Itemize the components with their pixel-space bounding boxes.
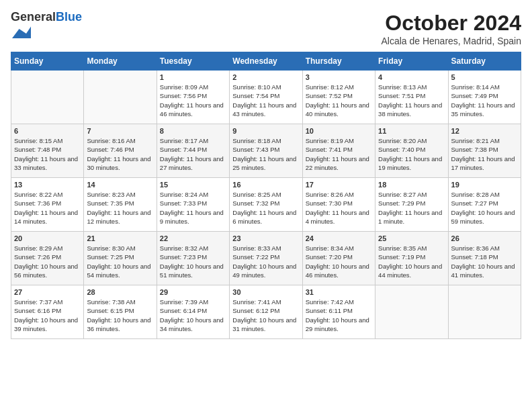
day-number: 31 [306,288,372,296]
table-row: 18Sunrise: 8:27 AMSunset: 7:29 PMDayligh… [375,178,448,232]
table-row: 24Sunrise: 8:34 AMSunset: 7:20 PMDayligh… [302,232,375,285]
day-info: Sunrise: 7:37 AMSunset: 6:16 PMDaylight:… [14,298,81,333]
day-info: Sunrise: 8:36 AMSunset: 7:18 PMDaylight:… [451,244,518,279]
day-info: Sunrise: 8:20 AMSunset: 7:40 PMDaylight:… [378,136,445,172]
day-number: 8 [160,127,226,135]
day-number: 4 [378,73,445,81]
table-row: 20Sunrise: 8:29 AMSunset: 7:26 PMDayligh… [11,232,84,285]
table-row: 28Sunrise: 7:38 AMSunset: 6:15 PMDayligh… [84,285,157,339]
table-row: 1Sunrise: 8:09 AMSunset: 7:56 PMDaylight… [157,71,229,124]
table-row: 11Sunrise: 8:20 AMSunset: 7:40 PMDayligh… [375,124,448,178]
day-number: 29 [160,288,226,296]
table-row: 12Sunrise: 8:21 AMSunset: 7:38 PMDayligh… [448,124,521,178]
day-info: Sunrise: 8:12 AMSunset: 7:52 PMDaylight:… [306,83,372,118]
day-number: 27 [14,288,81,296]
day-info: Sunrise: 8:16 AMSunset: 7:46 PMDaylight:… [87,136,153,172]
table-row: 30Sunrise: 7:41 AMSunset: 6:12 PMDayligh… [230,285,302,339]
calendar-table: Sunday Monday Tuesday Wednesday Thursday… [11,52,521,339]
table-row [11,71,84,124]
day-number: 9 [232,127,299,135]
day-info: Sunrise: 8:30 AMSunset: 7:25 PMDaylight:… [87,244,153,279]
table-row: 29Sunrise: 7:39 AMSunset: 6:14 PMDayligh… [157,285,229,339]
day-info: Sunrise: 8:27 AMSunset: 7:29 PMDaylight:… [378,190,445,226]
day-info: Sunrise: 8:29 AMSunset: 7:26 PMDaylight:… [14,244,81,279]
day-info: Sunrise: 7:38 AMSunset: 6:15 PMDaylight:… [87,298,153,333]
table-row [375,285,448,339]
col-wednesday: Wednesday [230,52,302,71]
day-number: 1 [160,73,226,81]
day-number: 30 [232,288,299,296]
day-info: Sunrise: 8:22 AMSunset: 7:36 PMDaylight:… [14,190,81,226]
day-info: Sunrise: 8:28 AMSunset: 7:27 PMDaylight:… [451,190,518,226]
day-number: 16 [232,181,299,189]
day-number: 12 [451,127,518,135]
table-row: 4Sunrise: 8:13 AMSunset: 7:51 PMDaylight… [375,71,448,124]
calendar-header-row: Sunday Monday Tuesday Wednesday Thursday… [11,52,521,71]
location: Alcala de Henares, Madrid, Spain [381,36,521,46]
table-row: 7Sunrise: 8:16 AMSunset: 7:46 PMDaylight… [84,124,157,178]
day-info: Sunrise: 7:42 AMSunset: 6:11 PMDaylight:… [306,298,372,333]
table-row [448,285,521,339]
col-thursday: Thursday [302,52,375,71]
day-info: Sunrise: 8:09 AMSunset: 7:56 PMDaylight:… [160,83,226,118]
table-row: 6Sunrise: 8:15 AMSunset: 7:48 PMDaylight… [11,124,84,178]
day-info: Sunrise: 7:41 AMSunset: 6:12 PMDaylight:… [232,298,299,333]
day-number: 11 [378,127,445,135]
table-row: 3Sunrise: 8:12 AMSunset: 7:52 PMDaylight… [302,71,375,124]
calendar-week-row: 13Sunrise: 8:22 AMSunset: 7:36 PMDayligh… [11,178,521,232]
day-info: Sunrise: 8:13 AMSunset: 7:51 PMDaylight:… [378,83,445,118]
logo-icon [12,24,31,43]
table-row: 23Sunrise: 8:33 AMSunset: 7:22 PMDayligh… [230,232,302,285]
table-row [84,71,157,124]
day-info: Sunrise: 8:26 AMSunset: 7:30 PMDaylight:… [306,190,372,226]
calendar-week-row: 20Sunrise: 8:29 AMSunset: 7:26 PMDayligh… [11,232,521,285]
logo: GeneralBlue [11,11,82,46]
logo-general-text: General [11,10,56,24]
day-info: Sunrise: 8:35 AMSunset: 7:19 PMDaylight:… [378,244,445,279]
table-row: 14Sunrise: 8:23 AMSunset: 7:35 PMDayligh… [84,178,157,232]
month-title: October 2024 [381,11,521,36]
table-row: 9Sunrise: 8:18 AMSunset: 7:43 PMDaylight… [230,124,302,178]
day-info: Sunrise: 8:10 AMSunset: 7:54 PMDaylight:… [232,83,299,118]
table-row: 2Sunrise: 8:10 AMSunset: 7:54 PMDaylight… [230,71,302,124]
day-number: 7 [87,127,153,135]
calendar-week-row: 1Sunrise: 8:09 AMSunset: 7:56 PMDaylight… [11,71,521,124]
table-row: 8Sunrise: 8:17 AMSunset: 7:44 PMDaylight… [157,124,229,178]
day-info: Sunrise: 8:14 AMSunset: 7:49 PMDaylight:… [451,83,518,118]
calendar-week-row: 27Sunrise: 7:37 AMSunset: 6:16 PMDayligh… [11,285,521,339]
day-number: 10 [306,127,372,135]
day-info: Sunrise: 8:17 AMSunset: 7:44 PMDaylight:… [160,136,226,172]
day-number: 13 [14,181,81,189]
day-info: Sunrise: 8:18 AMSunset: 7:43 PMDaylight:… [232,136,299,172]
table-row: 21Sunrise: 8:30 AMSunset: 7:25 PMDayligh… [84,232,157,285]
col-saturday: Saturday [448,52,521,71]
day-info: Sunrise: 8:19 AMSunset: 7:41 PMDaylight:… [306,136,372,172]
table-row: 27Sunrise: 7:37 AMSunset: 6:16 PMDayligh… [11,285,84,339]
day-info: Sunrise: 8:21 AMSunset: 7:38 PMDaylight:… [451,136,518,172]
table-row: 31Sunrise: 7:42 AMSunset: 6:11 PMDayligh… [302,285,375,339]
day-number: 23 [232,234,299,242]
day-info: Sunrise: 8:24 AMSunset: 7:33 PMDaylight:… [160,190,226,226]
day-number: 14 [87,181,153,189]
day-number: 5 [451,73,518,81]
day-number: 28 [87,288,153,296]
day-number: 3 [306,73,372,81]
day-number: 26 [451,234,518,242]
table-row: 26Sunrise: 8:36 AMSunset: 7:18 PMDayligh… [448,232,521,285]
day-info: Sunrise: 8:32 AMSunset: 7:23 PMDaylight:… [160,244,226,279]
day-info: Sunrise: 8:23 AMSunset: 7:35 PMDaylight:… [87,190,153,226]
day-number: 20 [14,234,81,242]
col-monday: Monday [84,52,157,71]
col-sunday: Sunday [11,52,84,71]
table-row: 25Sunrise: 8:35 AMSunset: 7:19 PMDayligh… [375,232,448,285]
col-tuesday: Tuesday [157,52,229,71]
day-number: 17 [306,181,372,189]
table-row: 5Sunrise: 8:14 AMSunset: 7:49 PMDaylight… [448,71,521,124]
table-row: 17Sunrise: 8:26 AMSunset: 7:30 PMDayligh… [302,178,375,232]
calendar-week-row: 6Sunrise: 8:15 AMSunset: 7:48 PMDaylight… [11,124,521,178]
table-row: 10Sunrise: 8:19 AMSunset: 7:41 PMDayligh… [302,124,375,178]
day-info: Sunrise: 8:15 AMSunset: 7:48 PMDaylight:… [14,136,81,172]
day-number: 24 [306,234,372,242]
svg-marker-0 [12,26,31,38]
page-header: GeneralBlue October 2024 Alcala de Henar… [11,11,521,46]
